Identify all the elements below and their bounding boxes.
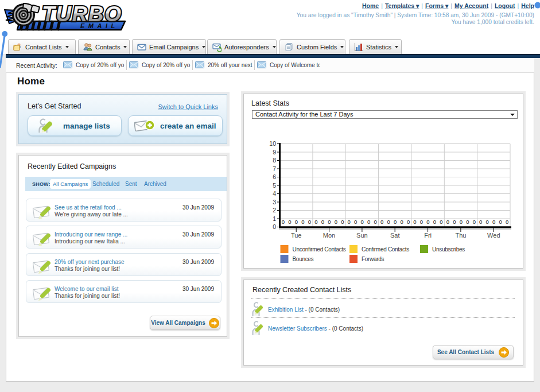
svg-text:0: 0	[288, 219, 291, 225]
svg-text:0: 0	[413, 219, 416, 225]
svg-text:0: 0	[380, 219, 383, 225]
svg-text:Tue: Tue	[291, 232, 302, 239]
svg-text:0: 0	[453, 219, 456, 225]
svg-text:Mon: Mon	[323, 232, 335, 239]
svg-text:0: 0	[321, 219, 324, 225]
svg-text:0: 0	[420, 219, 423, 225]
svg-text:0: 0	[394, 219, 397, 225]
svg-text:0: 0	[273, 223, 276, 230]
svg-text:Wed: Wed	[487, 232, 500, 239]
svg-text:0: 0	[348, 219, 351, 225]
svg-text:7: 7	[273, 165, 276, 172]
svg-text:0: 0	[361, 219, 364, 225]
svg-text:0: 0	[460, 219, 463, 225]
svg-text:Forwards: Forwards	[362, 256, 384, 262]
svg-text:0: 0	[440, 219, 442, 225]
svg-text:0: 0	[295, 219, 298, 225]
svg-text:0: 0	[473, 219, 476, 225]
svg-text:Sun: Sun	[356, 232, 368, 239]
svg-text:0: 0	[354, 219, 357, 225]
svg-text:8: 8	[273, 157, 276, 164]
svg-text:4: 4	[273, 190, 276, 197]
svg-text:0: 0	[308, 219, 311, 225]
svg-text:0: 0	[335, 219, 337, 225]
svg-text:Thu: Thu	[455, 232, 466, 239]
svg-text:Unconfirmed Contacts: Unconfirmed Contacts	[293, 246, 346, 253]
svg-text:0: 0	[328, 219, 331, 225]
svg-text:Unsubscribes: Unsubscribes	[432, 246, 465, 253]
svg-text:Bounces: Bounces	[293, 256, 314, 262]
svg-text:6: 6	[273, 173, 276, 180]
svg-text:10: 10	[269, 140, 276, 147]
svg-text:0: 0	[506, 219, 508, 225]
svg-text:0: 0	[433, 219, 436, 225]
svg-text:0: 0	[407, 219, 410, 225]
svg-text:0: 0	[485, 219, 488, 225]
svg-text:0: 0	[492, 219, 495, 225]
svg-text:Sat: Sat	[390, 232, 400, 239]
svg-text:0: 0	[499, 219, 502, 225]
svg-text:1: 1	[273, 215, 276, 222]
svg-text:0: 0	[387, 219, 390, 225]
svg-text:3: 3	[273, 199, 276, 205]
svg-text:0: 0	[400, 219, 403, 225]
svg-text:Confirmed Contacts: Confirmed Contacts	[362, 246, 409, 253]
svg-text:Fri: Fri	[424, 232, 432, 239]
svg-text:0: 0	[426, 219, 429, 225]
svg-text:2: 2	[273, 207, 276, 214]
svg-text:0: 0	[341, 219, 344, 225]
svg-text:5: 5	[273, 182, 276, 189]
svg-text:9: 9	[273, 149, 276, 156]
svg-text:0: 0	[282, 219, 285, 225]
svg-text:TURBO: TURBO	[42, 2, 122, 26]
svg-text:0: 0	[367, 219, 370, 225]
svg-text:0: 0	[301, 219, 304, 225]
svg-text:0: 0	[314, 219, 317, 225]
svg-text:0: 0	[479, 219, 482, 225]
svg-text:0: 0	[466, 219, 469, 225]
svg-text:0: 0	[374, 219, 377, 225]
svg-text:0: 0	[446, 219, 449, 225]
